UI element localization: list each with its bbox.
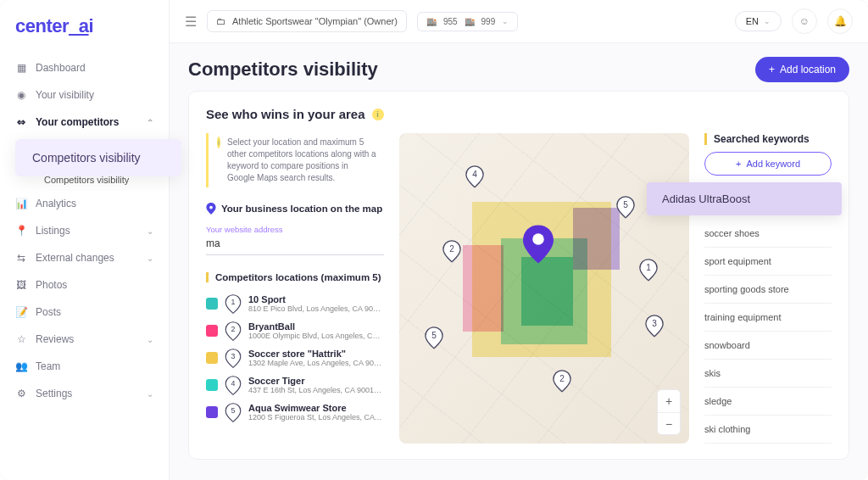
- map-competitor-pin[interactable]: 5: [616, 196, 635, 220]
- map-competitor-pin[interactable]: 5: [425, 327, 443, 350]
- keyword-item[interactable]: soccer shoes: [704, 220, 832, 248]
- competitor-name: Aqua Swimwear Store: [248, 403, 384, 413]
- sidebar-item-listings[interactable]: 📍Listings⌄: [0, 217, 169, 244]
- sidebar-item-analytics[interactable]: 📊Analytics: [0, 190, 169, 217]
- keyword-item[interactable]: sport equipment: [704, 248, 832, 276]
- sidebar-item-label: Analytics: [36, 198, 76, 209]
- user-icon: ☺: [799, 15, 810, 27]
- map[interactable]: 4255132 + −: [399, 133, 689, 444]
- grid-icon: ▦: [15, 62, 27, 74]
- competitors-list: 110 Sport810 E Pico Blvd, Los Angeles, C…: [206, 294, 384, 423]
- pin-icon: [206, 203, 216, 215]
- sidebar-nav: ▦Dashboard◉Your visibility⇔Your competit…: [0, 49, 169, 412]
- competitor-address: 1200 S Figueroa St, Los Angeles, CA 9001…: [248, 413, 384, 421]
- competitor-checkbox[interactable]: [206, 379, 218, 391]
- keyword-item[interactable]: skis: [704, 360, 832, 388]
- map-competitor-pin[interactable]: 2: [442, 240, 461, 264]
- image-icon: 🖼: [15, 279, 27, 291]
- topbar: ☰ 🗀 Athletic Sportswear "Olympian" (Owne…: [170, 0, 868, 43]
- chevron-down-icon: ⌄: [147, 389, 153, 399]
- chevron-down-icon: ⌄: [147, 254, 153, 263]
- language-selector[interactable]: EN ⌄: [735, 11, 782, 31]
- sidebar-item-settings[interactable]: ⚙Settings⌄: [0, 380, 169, 407]
- keyword-item[interactable]: snowboard: [704, 332, 832, 360]
- competitor-row: 110 Sport810 E Pico Blvd, Los Angeles, C…: [206, 294, 384, 315]
- competitor-checkbox[interactable]: [206, 352, 218, 364]
- users-icon: ⇔: [15, 116, 27, 128]
- sidebar-item-your-competitors[interactable]: ⇔Your competitors⌃: [0, 109, 169, 136]
- sidebar-item-external-changes[interactable]: ⇆External changes⌄: [0, 244, 169, 271]
- svg-text:1: 1: [231, 298, 236, 306]
- svg-text:2: 2: [449, 243, 454, 253]
- menu-toggle-icon[interactable]: ☰: [185, 14, 197, 30]
- keyword-highlight-adidas-ultraboost[interactable]: Adidas UltraBoost: [647, 182, 842, 215]
- keyword-item[interactable]: sledge: [704, 388, 832, 416]
- plus-icon: +: [769, 64, 775, 75]
- sidebar-item-label: Listings: [36, 225, 70, 237]
- gear-icon: ⚙: [15, 388, 27, 399]
- business-location-label: Your business location on the map: [221, 204, 382, 214]
- team-icon: 👥: [15, 360, 27, 372]
- submenu-highlight-competitors-visibility[interactable]: Competitors visibility: [15, 139, 181, 176]
- sidebar-item-label: Posts: [36, 306, 61, 318]
- website-input[interactable]: [206, 234, 384, 255]
- sidebar-item-dashboard[interactable]: ▦Dashboard: [0, 54, 169, 81]
- page-header: Competitors visibility + Add location: [170, 43, 868, 91]
- sidebar-item-label: Team: [36, 360, 60, 372]
- main-location-pin[interactable]: [523, 225, 554, 264]
- stat-1: 955: [443, 17, 458, 26]
- svg-text:5: 5: [623, 200, 628, 209]
- map-competitor-pin[interactable]: 4: [465, 165, 484, 189]
- keyword-item[interactable]: training equipment: [704, 304, 832, 332]
- keywords-column: Searched keywords + Add keyword Adidas U…: [704, 133, 832, 444]
- panel-subtitle: See who wins in your area i: [206, 107, 832, 121]
- keyword-item[interactable]: sporting goods store: [704, 276, 832, 304]
- svg-text:2: 2: [559, 374, 565, 383]
- competitor-row: 3Soccer store "Hattrik"1302 Maple Ave, L…: [206, 349, 384, 369]
- map-zoom-controls: + −: [657, 389, 681, 435]
- bell-icon: 🔔: [834, 15, 847, 27]
- competitor-checkbox[interactable]: [206, 406, 218, 418]
- competitor-checkbox[interactable]: [206, 298, 218, 310]
- sidebar-item-label: Your competitors: [36, 116, 119, 128]
- sidebar-item-photos[interactable]: 🖼Photos: [0, 271, 169, 299]
- keyword-item[interactable]: ski clothing: [704, 416, 832, 444]
- hint-box: i Select your location and maximum 5 oth…: [206, 133, 384, 187]
- folder-icon: 🗀: [216, 16, 225, 26]
- competitor-pin-icon: 2: [225, 321, 242, 342]
- sidebar-item-label: Your visibility: [36, 89, 94, 101]
- svg-text:3: 3: [231, 352, 236, 360]
- main-area: ☰ 🗀 Athletic Sportswear "Olympian" (Owne…: [170, 0, 868, 480]
- map-competitor-pin[interactable]: 3: [645, 315, 664, 338]
- sidebar-item-label: Dashboard: [36, 62, 86, 74]
- store-stats[interactable]: 🏬955 🏬999 ⌄: [417, 12, 518, 31]
- svg-text:3: 3: [652, 318, 657, 327]
- sidebar-item-reviews[interactable]: ☆Reviews⌄: [0, 326, 169, 353]
- breadcrumb-dropdown[interactable]: 🗀 Athletic Sportswear "Olympian" (Owner): [207, 10, 407, 32]
- add-keyword-button[interactable]: + Add keyword: [704, 152, 832, 176]
- competitor-checkbox[interactable]: [206, 325, 218, 337]
- sidebar-item-label: External changes: [36, 252, 114, 264]
- info-icon[interactable]: i: [372, 109, 384, 120]
- svg-text:4: 4: [472, 170, 477, 179]
- sidebar-item-team[interactable]: 👥Team: [0, 353, 169, 380]
- keyword-list: soccer shoessport equipmentsporting good…: [704, 220, 832, 444]
- notifications-button[interactable]: 🔔: [827, 8, 853, 34]
- competitor-address: 810 E Pico Blvd, Los Angeles, CA 90021, …: [248, 304, 384, 313]
- map-competitor-pin[interactable]: 2: [553, 370, 571, 393]
- add-location-label: Add location: [780, 64, 836, 75]
- user-avatar-button[interactable]: ☺: [792, 8, 817, 34]
- plus-icon: +: [736, 159, 741, 169]
- sidebar-item-posts[interactable]: 📝Posts: [0, 299, 169, 326]
- avg-position-heading: Average location position and competitor…: [170, 473, 868, 480]
- chevron-down-icon: ⌄: [502, 17, 509, 25]
- competitor-address: 1302 Maple Ave, Los Angeles, CA 90015, U…: [248, 359, 384, 367]
- sidebar-item-your-visibility[interactable]: ◉Your visibility: [0, 81, 169, 109]
- store-icon: 🏬: [426, 17, 437, 26]
- add-location-button[interactable]: + Add location: [755, 57, 849, 82]
- zoom-in-button[interactable]: +: [658, 390, 680, 412]
- competitor-address: 1000E Olympic Blvd, Los Angeles, CA 9002…: [248, 332, 384, 340]
- keywords-heading: Searched keywords: [704, 133, 832, 145]
- map-competitor-pin[interactable]: 1: [639, 259, 658, 282]
- zoom-out-button[interactable]: −: [658, 412, 680, 434]
